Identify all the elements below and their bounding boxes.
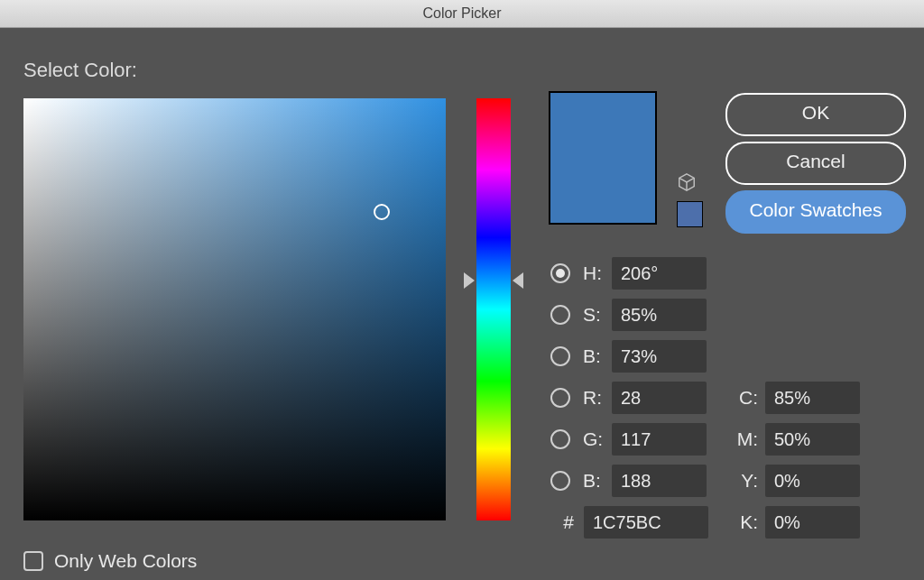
hex-hash-label: # <box>553 511 584 533</box>
red-input[interactable] <box>612 382 707 414</box>
hex-input[interactable] <box>584 506 708 539</box>
only-web-colors-label: Only Web Colors <box>54 550 197 572</box>
red-radio[interactable] <box>550 388 570 408</box>
hue-slider[interactable] <box>476 98 511 520</box>
blue-row: B: <box>550 465 707 497</box>
saturation-brightness-field[interactable] <box>23 98 446 520</box>
window-title: Color Picker <box>422 5 501 21</box>
hue-slider-arrow-left-icon[interactable] <box>464 272 475 289</box>
red-row: R: <box>550 382 707 414</box>
saturation-row: S: <box>550 299 707 331</box>
yellow-label: Y: <box>729 470 758 492</box>
red-label: R: <box>583 387 612 409</box>
saturation-label: S: <box>583 304 612 326</box>
magenta-row: M: <box>729 423 860 456</box>
cyan-label: C: <box>729 387 758 409</box>
color-swatches-button[interactable]: Color Swatches <box>725 190 906 234</box>
brightness-row: B: <box>550 340 707 373</box>
yellow-input[interactable] <box>765 465 860 497</box>
green-label: G: <box>583 428 612 450</box>
green-input[interactable] <box>612 423 707 456</box>
hue-slider-arrow-right-icon[interactable] <box>513 272 523 289</box>
black-row: K: <box>729 506 860 539</box>
hue-row: H: <box>550 257 707 290</box>
magenta-label: M: <box>729 428 758 450</box>
green-row: G: <box>550 423 707 456</box>
yellow-row: Y: <box>729 465 860 497</box>
green-radio[interactable] <box>550 429 570 449</box>
hue-label: H: <box>583 262 612 284</box>
blue-label: B: <box>583 470 612 492</box>
cyan-row: C: <box>729 382 860 414</box>
blue-input[interactable] <box>612 465 707 497</box>
saturation-input[interactable] <box>612 299 707 331</box>
color-preview-new[interactable] <box>549 91 657 225</box>
cancel-button[interactable]: Cancel <box>725 142 906 185</box>
select-color-heading: Select Color: <box>23 59 137 82</box>
brightness-label: B: <box>583 345 612 367</box>
only-web-colors-checkbox[interactable] <box>23 551 43 571</box>
hue-input[interactable] <box>612 257 707 290</box>
black-input[interactable] <box>765 506 860 539</box>
blue-radio[interactable] <box>550 471 570 491</box>
black-label: K: <box>729 511 758 533</box>
sb-cursor[interactable] <box>374 204 390 220</box>
saturation-radio[interactable] <box>550 305 570 325</box>
hex-row: # <box>550 506 708 539</box>
color-picker-dialog: Select Color: OK Cancel Color Swatches H… <box>0 28 924 580</box>
only-web-colors-row: Only Web Colors <box>23 550 197 572</box>
magenta-input[interactable] <box>765 423 860 456</box>
hue-radio[interactable] <box>550 263 570 283</box>
sb-black-gradient <box>23 98 446 520</box>
color-preview-websafe[interactable] <box>677 201 703 227</box>
ok-button[interactable]: OK <box>725 93 906 136</box>
brightness-input[interactable] <box>612 340 707 373</box>
cube-icon[interactable] <box>677 172 697 192</box>
cyan-input[interactable] <box>765 382 860 414</box>
brightness-radio[interactable] <box>550 346 570 366</box>
window-titlebar: Color Picker <box>0 0 924 28</box>
